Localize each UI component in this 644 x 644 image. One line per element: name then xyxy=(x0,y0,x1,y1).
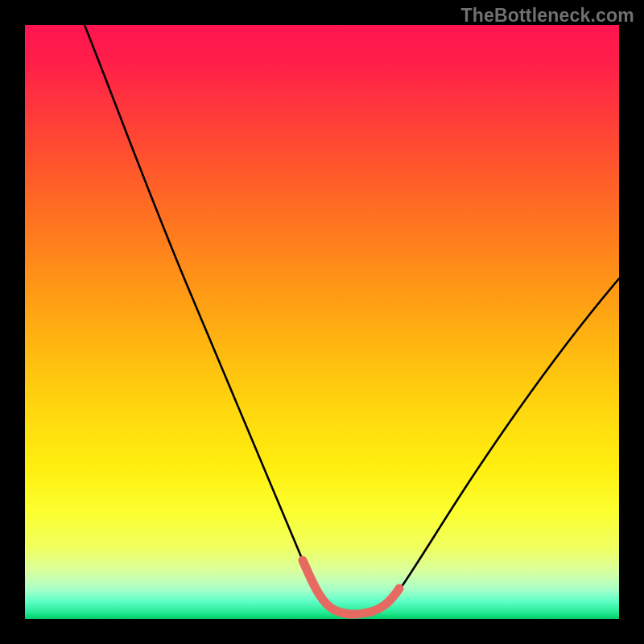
sweet-spot-highlight xyxy=(303,560,399,614)
watermark-text: TheBottleneck.com xyxy=(460,5,634,27)
chart-overlay xyxy=(25,25,619,619)
chart-stage: TheBottleneck.com xyxy=(0,0,644,644)
bottleneck-curve xyxy=(85,25,619,614)
